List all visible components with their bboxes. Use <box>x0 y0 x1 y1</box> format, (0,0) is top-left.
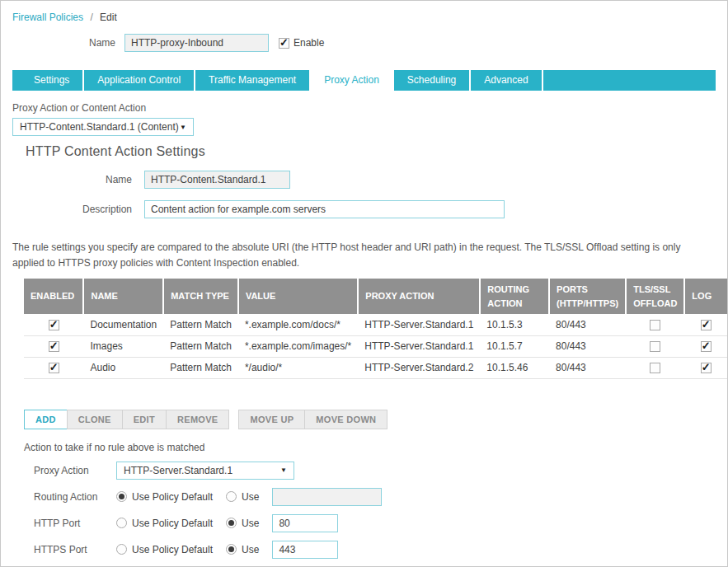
col-proxy-action: Proxy Action <box>358 279 480 314</box>
rule-enabled-checkbox[interactable] <box>49 341 59 352</box>
col-enabled: Enabled <box>24 279 83 314</box>
rule-match-type: Pattern Match <box>163 357 238 378</box>
col-match-type: Match Type <box>163 279 238 314</box>
description-label: Description <box>12 204 144 215</box>
https-port-use-label: Use <box>242 544 259 555</box>
http-port-use-policy-default-label: Use Policy Default <box>132 518 213 529</box>
col-tls-ssl-offload: TLS/SSL Offload <box>626 279 684 314</box>
tab-traffic-management[interactable]: Traffic Management <box>195 70 311 91</box>
proxy-content-action-selected-value: HTTP-Content.Standard.1 (Content) <box>20 121 179 133</box>
rule-ports: 80/443 <box>549 357 626 378</box>
default-proxy-action-select[interactable]: HTTP-Server.Standard.1 ▼ <box>116 462 294 480</box>
proxy-content-action-label: Proxy Action or Content Action <box>12 102 716 114</box>
rule-routing-action: 10.1.5.46 <box>480 357 549 378</box>
col-ports: Ports (HTTP/HTTPS) <box>549 279 626 314</box>
enable-checkbox[interactable] <box>279 38 289 49</box>
https-port-label: HTTPS Port <box>1 541 116 555</box>
policy-name-row: Name Enable <box>1 34 727 52</box>
routing-use-radio[interactable] <box>226 491 237 502</box>
col-name: Name <box>83 279 163 314</box>
rule-enabled-checkbox[interactable] <box>49 363 59 373</box>
rule-match-type: Pattern Match <box>163 314 238 335</box>
routing-action-label: Routing Action <box>1 488 116 503</box>
rule-log-checkbox[interactable] <box>701 363 712 373</box>
breadcrumb: Firewall Policies / Edit <box>1 1 727 23</box>
https-port-use-policy-default-label: Use Policy Default <box>132 544 213 555</box>
routing-use-input[interactable] <box>272 488 382 506</box>
default-action-heading: Action to take if no rule above is match… <box>24 442 727 453</box>
table-row[interactable]: Images Pattern Match *.example.com/image… <box>24 335 727 357</box>
chevron-down-icon: ▼ <box>280 466 287 474</box>
table-row[interactable]: Documentation Pattern Match *.example.co… <box>24 314 727 335</box>
rule-enabled-checkbox[interactable] <box>49 320 59 330</box>
rule-proxy-action: HTTP-Server.Standard.1 <box>358 314 480 335</box>
tab-advanced[interactable]: Advanced <box>471 70 542 91</box>
http-port-label: HTTP Port <box>1 514 116 529</box>
rule-log-checkbox[interactable] <box>701 320 712 330</box>
rule-routing-action: 10.1.5.7 <box>480 335 549 357</box>
http-port-use-label: Use <box>242 518 259 529</box>
rules-info-text: The rule settings you specify are compar… <box>12 240 695 270</box>
section-title: HTTP Content Action Settings <box>26 144 716 159</box>
https-port-use-policy-default-radio[interactable] <box>116 544 127 555</box>
rule-name: Documentation <box>83 314 163 335</box>
default-proxy-action-selected-value: HTTP-Server.Standard.1 <box>124 465 232 476</box>
chevron-down-icon: ▼ <box>180 124 186 131</box>
move-up-button[interactable]: MOVE UP <box>238 410 305 429</box>
routing-use-label: Use <box>242 491 259 503</box>
tab-bar: Settings Application Control Traffic Man… <box>12 70 716 91</box>
http-port-input[interactable] <box>272 514 338 532</box>
rule-log-checkbox[interactable] <box>701 341 712 352</box>
content-name-label: Name <box>12 174 144 185</box>
breadcrumb-link-firewall-policies[interactable]: Firewall Policies <box>12 12 83 23</box>
add-button[interactable]: ADD <box>24 410 68 429</box>
clone-button[interactable]: CLONE <box>67 410 123 429</box>
rule-proxy-action: HTTP-Server.Standard.2 <box>358 357 480 378</box>
col-log: Log <box>684 279 727 314</box>
tab-proxy-action[interactable]: Proxy Action <box>311 70 394 91</box>
content-name-input[interactable] <box>144 171 290 189</box>
rule-tls-offload-checkbox[interactable] <box>650 363 660 373</box>
move-down-button[interactable]: MOVE DOWN <box>304 410 387 429</box>
rule-name: Images <box>83 335 163 357</box>
table-button-row: ADD CLONE EDIT REMOVE MOVE UP MOVE DOWN <box>24 410 727 429</box>
remove-button[interactable]: REMOVE <box>166 410 229 429</box>
content-rules-table: Enabled Name Match Type Value Proxy Acti… <box>24 279 727 379</box>
table-row[interactable]: Audio Pattern Match */audio/* HTTP-Serve… <box>24 357 727 378</box>
http-port-use-radio[interactable] <box>226 518 237 528</box>
edit-button[interactable]: EDIT <box>122 410 167 429</box>
rule-routing-action: 10.1.5.3 <box>480 314 549 335</box>
rule-tls-offload-checkbox[interactable] <box>650 320 660 330</box>
rule-value: */audio/* <box>238 357 358 378</box>
rule-value: *.example.com/docs/* <box>238 314 358 335</box>
http-port-use-policy-default-radio[interactable] <box>116 518 127 528</box>
table-header-row: Enabled Name Match Type Value Proxy Acti… <box>24 279 727 314</box>
rule-name: Audio <box>83 357 163 378</box>
https-port-input[interactable] <box>272 541 338 559</box>
breadcrumb-current-edit: Edit <box>100 12 117 23</box>
col-value: Value <box>238 279 358 314</box>
tab-scheduling[interactable]: Scheduling <box>394 70 471 91</box>
default-proxy-action-label: Proxy Action <box>1 462 116 476</box>
breadcrumb-separator: / <box>90 12 92 23</box>
routing-use-policy-default-radio[interactable] <box>116 491 127 502</box>
col-routing-action: Routing Action <box>480 279 549 314</box>
enable-label: Enable <box>294 37 324 49</box>
rule-match-type: Pattern Match <box>163 335 238 357</box>
tab-settings[interactable]: Settings <box>21 70 84 91</box>
rule-ports: 80/443 <box>549 335 626 357</box>
rule-value: *.example.com/images/* <box>238 335 358 357</box>
description-input[interactable] <box>144 200 505 218</box>
tab-application-control[interactable]: Application Control <box>84 70 195 91</box>
routing-use-policy-default-label: Use Policy Default <box>132 491 213 503</box>
rule-tls-offload-checkbox[interactable] <box>650 341 660 352</box>
firewall-policy-edit-page: Firewall Policies / Edit Name Enable Set… <box>0 0 728 567</box>
policy-name-input[interactable] <box>124 34 269 52</box>
rule-ports: 80/443 <box>549 314 626 335</box>
https-port-use-radio[interactable] <box>226 544 237 555</box>
proxy-content-action-select[interactable]: HTTP-Content.Standard.1 (Content) ▼ <box>12 118 194 136</box>
policy-name-label: Name <box>1 37 124 49</box>
rule-proxy-action: HTTP-Server.Standard.1 <box>358 335 480 357</box>
